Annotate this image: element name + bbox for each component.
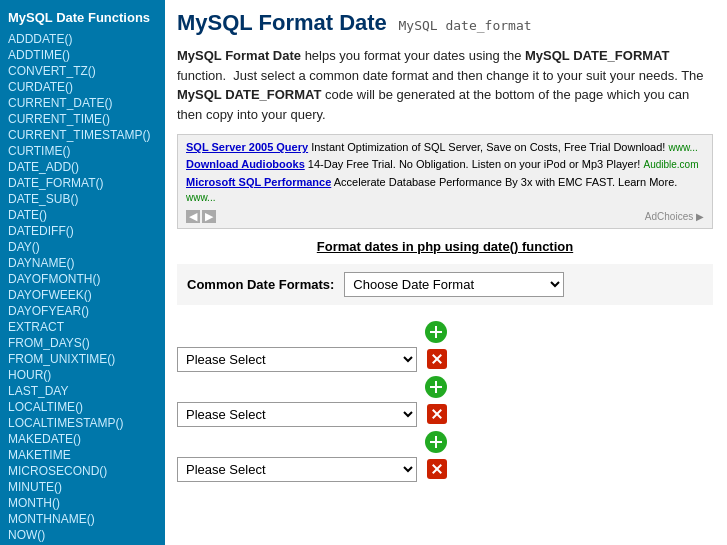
- sidebar-item[interactable]: DAYOFWEEK(): [0, 287, 165, 303]
- ad-nav: ◀ ▶: [186, 210, 216, 223]
- ad-area: SQL Server 2005 Query Instant Optimizati…: [177, 134, 713, 229]
- format-row-3: Please Select%Y-%m-%d%d/%m/%Y%m/%d/%Y%M …: [177, 457, 713, 482]
- ad-link-2[interactable]: Download Audiobooks: [186, 158, 305, 170]
- ad-text-3: Accelerate Database Performance By 3x wi…: [334, 176, 678, 188]
- add-row-1-button[interactable]: [425, 321, 447, 343]
- sidebar-item[interactable]: DATE_SUB(): [0, 191, 165, 207]
- desc-bold1: MySQL Format Date: [177, 48, 301, 63]
- desc-bold3: MySQL DATE_FORMAT: [177, 87, 321, 102]
- sidebar: MySQL Date Functions ADDDATE()ADDTIME()C…: [0, 0, 165, 545]
- ad-row-3: Microsoft SQL Performance Accelerate Dat…: [186, 175, 704, 206]
- add-row-3-button[interactable]: [425, 431, 447, 453]
- sidebar-item[interactable]: DAYOFYEAR(): [0, 303, 165, 319]
- desc-bold2: MySQL DATE_FORMAT: [525, 48, 669, 63]
- sidebar-title: MySQL Date Functions: [0, 6, 165, 31]
- sidebar-item[interactable]: LOCALTIMESTAMP(): [0, 415, 165, 431]
- ad-source-3[interactable]: www...: [186, 192, 215, 203]
- page-subtitle: MySQL date_format: [398, 18, 531, 33]
- ad-link-1[interactable]: SQL Server 2005 Query: [186, 141, 308, 153]
- ad-row-2: Download Audiobooks 14-Day Free Trial. N…: [186, 157, 704, 172]
- format-select-2[interactable]: Please Select%Y-%m-%d%d/%m/%Y%m/%d/%Y%M …: [177, 402, 417, 427]
- sidebar-item[interactable]: MICROSECOND(): [0, 463, 165, 479]
- ad-source-2[interactable]: Audible.com: [643, 159, 698, 170]
- sidebar-item[interactable]: FROM_UNIXTIME(): [0, 351, 165, 367]
- format-select-3[interactable]: Please Select%Y-%m-%d%d/%m/%Y%m/%d/%Y%M …: [177, 457, 417, 482]
- sidebar-item[interactable]: DATE_FORMAT(): [0, 175, 165, 191]
- ad-row-1: SQL Server 2005 Query Instant Optimizati…: [186, 140, 704, 155]
- main-content: MySQL Format Date MySQL date_format MySQ…: [165, 0, 725, 545]
- sidebar-item[interactable]: HOUR(): [0, 367, 165, 383]
- sidebar-item[interactable]: CURRENT_DATE(): [0, 95, 165, 111]
- sidebar-item[interactable]: MONTH(): [0, 495, 165, 511]
- add-row-2-button[interactable]: [425, 376, 447, 398]
- page-header: MySQL Format Date MySQL date_format: [177, 10, 713, 36]
- sidebar-item[interactable]: CURRENT_TIME(): [0, 111, 165, 127]
- format-row-2: Please Select%Y-%m-%d%d/%m/%Y%m/%d/%Y%M …: [177, 402, 713, 427]
- ad-source-1[interactable]: www...: [668, 142, 697, 153]
- ad-choices: AdChoices ▶: [645, 211, 704, 222]
- sidebar-item[interactable]: DAY(): [0, 239, 165, 255]
- format-select-1[interactable]: Please Select%Y-%m-%d%d/%m/%Y%m/%d/%Y%M …: [177, 347, 417, 372]
- sidebar-item[interactable]: MONTHNAME(): [0, 511, 165, 527]
- sidebar-item[interactable]: CONVERT_TZ(): [0, 63, 165, 79]
- sidebar-item[interactable]: ADDDATE(): [0, 31, 165, 47]
- sidebar-item[interactable]: MINUTE(): [0, 479, 165, 495]
- sidebar-item[interactable]: MAKETIME: [0, 447, 165, 463]
- common-date-select[interactable]: Choose Date FormatMM/DD/YYYYDD/MM/YYYYYY…: [344, 272, 564, 297]
- format-date-link-container: Format dates in php using date() functio…: [177, 239, 713, 254]
- sidebar-item[interactable]: CURRENT_TIMESTAMP(): [0, 127, 165, 143]
- ad-text-2: 14-Day Free Trial. No Obligation. Listen…: [308, 158, 644, 170]
- page-title: MySQL Format Date: [177, 10, 387, 35]
- format-row-1: Please Select%Y-%m-%d%d/%m/%Y%m/%d/%Y%M …: [177, 347, 713, 372]
- remove-row-1-button[interactable]: [427, 349, 447, 369]
- sidebar-item[interactable]: NOW(): [0, 527, 165, 543]
- format-date-link[interactable]: Format dates in php using date() functio…: [317, 239, 573, 254]
- ad-link-3[interactable]: Microsoft SQL Performance: [186, 176, 331, 188]
- sidebar-item[interactable]: EXTRACT: [0, 319, 165, 335]
- description: MySQL Format Date helps you format your …: [177, 46, 713, 124]
- sidebar-item[interactable]: LOCALTIME(): [0, 399, 165, 415]
- sidebar-item[interactable]: DATE(): [0, 207, 165, 223]
- ad-text-1: Instant Optimization of SQL Server, Save…: [311, 141, 668, 153]
- common-formats-row: Common Date Formats: Choose Date FormatM…: [177, 264, 713, 305]
- sidebar-item[interactable]: MAKEDATE(): [0, 431, 165, 447]
- sidebar-item[interactable]: DATE_ADD(): [0, 159, 165, 175]
- sidebar-items: ADDDATE()ADDTIME()CONVERT_TZ()CURDATE()C…: [0, 31, 165, 545]
- sidebar-item[interactable]: LAST_DAY: [0, 383, 165, 399]
- sidebar-item[interactable]: FROM_DAYS(): [0, 335, 165, 351]
- remove-row-2-button[interactable]: [427, 404, 447, 424]
- sidebar-item[interactable]: DATEDIFF(): [0, 223, 165, 239]
- sidebar-item[interactable]: DAYNAME(): [0, 255, 165, 271]
- sidebar-item[interactable]: CURDATE(): [0, 79, 165, 95]
- ad-prev-button[interactable]: ◀: [186, 210, 200, 223]
- sidebar-item[interactable]: ADDTIME(): [0, 47, 165, 63]
- common-formats-label: Common Date Formats:: [187, 277, 334, 292]
- ad-next-button[interactable]: ▶: [202, 210, 216, 223]
- sidebar-item[interactable]: DAYOFMONTH(): [0, 271, 165, 287]
- sidebar-item[interactable]: CURTIME(): [0, 143, 165, 159]
- remove-row-3-button[interactable]: [427, 459, 447, 479]
